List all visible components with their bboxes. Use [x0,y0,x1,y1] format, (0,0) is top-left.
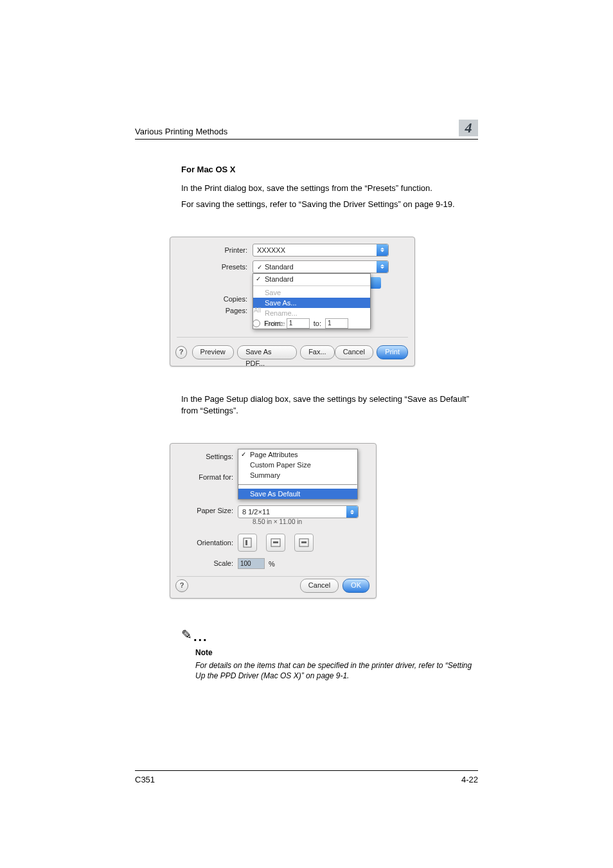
scale-percent-label: % [269,560,275,568]
format-for-label: Format for: [170,473,233,481]
settings-label: Settings: [170,453,233,460]
from-input[interactable]: 1 [287,318,310,329]
orientation-portrait-button[interactable] [238,534,257,552]
svg-rect-3 [273,541,278,543]
help-button[interactable]: ? [175,579,188,592]
section-heading: For Mac OS X [181,164,478,176]
print-dialog: Printer: XXXXXX Presets: ✓Standard [170,237,415,366]
preview-button[interactable]: Preview [192,345,234,359]
scale-input[interactable]: 100 [238,558,265,569]
printer-select[interactable]: XXXXXX [253,244,389,257]
svg-rect-5 [301,541,306,543]
note-text: For details on the items that can be spe… [195,660,478,682]
orientation-landscape-left-button[interactable] [266,534,285,552]
pages-from-radio[interactable] [253,320,260,327]
landscape-icon [271,538,281,547]
check-icon: ✓ [257,264,262,271]
paragraph: For saving the settings, refer to “Savin… [181,199,478,211]
page-setup-dialog: Settings: Format for: Paper Size: Orient… [170,443,377,599]
chevron-updown-icon [369,277,381,289]
save-as-pdf-button[interactable]: Save As PDF... [237,345,297,359]
footer-page-number: 4-22 [461,775,478,784]
check-icon: ✓ [256,275,261,282]
ok-button[interactable]: OK [342,579,369,593]
paper-dimensions: 8.50 in × 11.00 in [253,518,302,525]
paragraph: In the Print dialog box, save the settin… [181,183,478,195]
landscape-icon [299,538,309,547]
scale-label: Scale: [170,559,233,567]
fax-button[interactable]: Fax... [300,345,335,359]
cancel-button[interactable]: Cancel [300,579,339,593]
pages-label: Pages: [170,307,253,314]
paragraph: In the Page Setup dialog box, save the s… [181,393,478,418]
ellipsis-icon: ... [193,629,208,644]
running-header: Various Printing Methods [135,127,227,136]
to-input[interactable]: 1 [325,318,348,329]
chevron-updown-icon [377,261,388,273]
note-label: Note [195,647,478,658]
settings-menu-summary[interactable]: Summary [238,470,357,480]
pencil-icon: ✎ [181,628,192,642]
presets-menu-standard[interactable]: Standard [265,275,294,283]
settings-menu-custom-paper-size[interactable]: Custom Paper Size [238,460,357,470]
presets-value: Standard [265,263,294,271]
from-label: From: [264,320,283,327]
printer-value: XXXXXX [257,246,285,254]
paper-size-label: Paper Size: [170,507,233,514]
svg-rect-1 [245,540,247,545]
to-label: to: [314,320,321,327]
settings-menu: ✓Page Attributes Custom Paper Size Summa… [238,449,358,500]
copies-label: Copies: [170,295,253,303]
orientation-landscape-right-button[interactable] [294,534,314,552]
footer-model: C351 [135,775,155,784]
printer-label: Printer: [170,246,253,254]
help-button[interactable]: ? [175,346,187,359]
chevron-updown-icon [377,244,388,256]
orientation-label: Orientation: [170,539,233,547]
pages-all-option[interactable]: All [254,307,261,314]
print-button[interactable]: Print [377,345,408,359]
presets-label: Presets: [170,263,253,271]
cancel-button[interactable]: Cancel [335,345,373,359]
check-icon: ✓ [241,451,246,458]
settings-menu-save-as-default[interactable]: Save As Default [238,489,357,499]
paper-size-select[interactable]: 8 1/2×11 [238,505,359,518]
presets-select[interactable]: ✓Standard [253,260,389,273]
settings-menu-page-attributes[interactable]: ✓Page Attributes [238,449,357,460]
chapter-number: 4 [459,120,478,136]
paper-size-value: 8 1/2×11 [242,508,270,516]
chevron-updown-icon [346,506,358,518]
portrait-icon [243,538,252,548]
